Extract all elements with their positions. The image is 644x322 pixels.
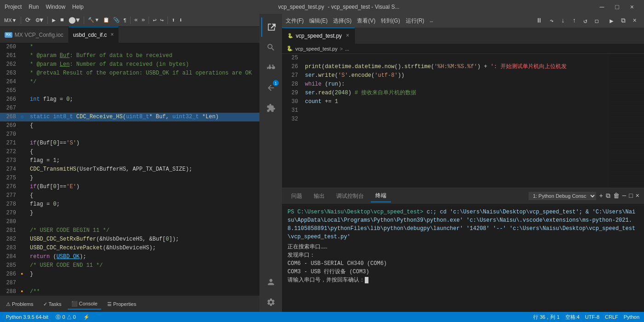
toolbar-btn-14[interactable]: ↪ bbox=[159, 16, 165, 24]
menu-window[interactable]: Window bbox=[46, 4, 65, 10]
activity-icon-search[interactable] bbox=[261, 38, 281, 57]
toolbar-btn-11[interactable]: « bbox=[133, 16, 139, 24]
toolbar-btn-13[interactable]: ↩ bbox=[151, 16, 158, 24]
terminal-tab-terminal[interactable]: 终端 bbox=[371, 190, 391, 202]
terminal-trash-btn[interactable]: 🗑 bbox=[613, 192, 620, 200]
tab-tasks[interactable]: ✓ Tasks bbox=[40, 299, 65, 309]
toolbar-btn-1[interactable]: MX▼ bbox=[2, 17, 18, 24]
left-code-area[interactable]: 260 * 261 * @param Buf: Buffer of data t… bbox=[0, 43, 259, 296]
debug-stop[interactable]: ◻ bbox=[592, 16, 601, 26]
code-line-283: 283 USBD_CDC_ReceivePacket(&hUsbDeviceHS… bbox=[0, 244, 259, 253]
status-python-version[interactable]: Python 3.9.5 64-bit bbox=[5, 314, 50, 320]
vscode-play[interactable]: ▶ bbox=[606, 16, 617, 26]
activity-icon-settings[interactable] bbox=[261, 293, 281, 312]
menu-project[interactable]: Project bbox=[5, 4, 22, 10]
terminal-min-btn[interactable]: ─ bbox=[622, 192, 626, 200]
activity-icon-avatar[interactable] bbox=[261, 272, 281, 292]
debug-restart[interactable]: ↺ bbox=[581, 16, 590, 26]
line-arrow-280 bbox=[21, 218, 28, 226]
terminal-add-btn[interactable]: + bbox=[599, 192, 603, 200]
menu-file[interactable]: 文件(F) bbox=[286, 17, 304, 25]
toolbar-btn-4[interactable]: ▶ bbox=[50, 16, 58, 24]
line-num-286: 286 bbox=[0, 270, 21, 279]
vscode-split[interactable]: ⧉ bbox=[617, 16, 629, 25]
terminal-console-select[interactable]: 1: Python Debug Consc bbox=[529, 192, 596, 200]
menu-goto[interactable]: 转到(G) bbox=[381, 17, 400, 25]
py-tab-active[interactable]: 🐍 vcp_speed_test.py × bbox=[282, 28, 355, 44]
terminal-max-btn[interactable]: □ bbox=[629, 192, 632, 200]
terminal-close-btn[interactable]: × bbox=[636, 192, 639, 200]
toolbar-btn-12[interactable]: » bbox=[140, 16, 147, 24]
code-line-277: 277 { bbox=[0, 191, 259, 200]
debug-step[interactable]: ↷ bbox=[547, 16, 556, 26]
activity-icon-extensions[interactable] bbox=[261, 98, 281, 118]
toolbar-btn-2[interactable]: ⟳ bbox=[23, 16, 33, 24]
toolbar-btn-3[interactable]: ⚙▼ bbox=[34, 16, 45, 24]
tab-vcp-config[interactable]: MX MX VCP_Config.ioc bbox=[0, 27, 69, 43]
activity-icon-source-control[interactable] bbox=[261, 58, 281, 77]
terminal-tab-debug-console[interactable]: 调试控制台 bbox=[332, 190, 368, 202]
menu-more[interactable]: … bbox=[430, 17, 433, 24]
status-spaces[interactable]: 空格:4 bbox=[565, 314, 580, 321]
menu-select[interactable]: 选择(S) bbox=[333, 17, 351, 25]
status-errors[interactable]: ⓪ 0 △ 0 bbox=[54, 314, 77, 321]
toolbar-btn-15[interactable]: ⬆ bbox=[170, 16, 177, 24]
toolbar-btn-7[interactable]: 🔨▼ bbox=[86, 17, 101, 23]
tab-console[interactable]: ⬛ Console bbox=[68, 299, 101, 310]
line-arrow-260 bbox=[21, 43, 28, 52]
vscode-close[interactable]: × bbox=[629, 16, 640, 25]
menu-view[interactable]: 查看(V) bbox=[357, 17, 375, 25]
code-line-271: 271 if(Buf[0]=='S') bbox=[0, 139, 259, 148]
vscode-top-menu: 文件(F) 编辑(E) 选择(S) 查看(V) 转到(G) 运行(R) … ⏸ … bbox=[282, 14, 644, 28]
line-num-267: 267 bbox=[0, 104, 21, 113]
code-line-272: 272 { bbox=[0, 148, 259, 156]
tab-usbd-cdc[interactable]: usbd_cdc_if.c × bbox=[69, 27, 119, 43]
line-content-272: { bbox=[28, 148, 259, 156]
debug-step-out[interactable]: ↑ bbox=[569, 16, 579, 26]
toolbar-btn-8[interactable]: 📋 bbox=[102, 17, 111, 23]
activity-icon-explorer[interactable] bbox=[261, 17, 281, 37]
status-lightning[interactable]: ⚡ bbox=[82, 314, 91, 320]
window-title: vcp_speed_test.py bbox=[278, 4, 324, 10]
toolbar-btn-10[interactable]: ¶ bbox=[122, 17, 128, 23]
line-content-265 bbox=[28, 86, 259, 95]
py-linenum-28: 28 bbox=[282, 80, 303, 89]
terminal-content[interactable]: PS C:\Users\Naisu\Desktop\vcp_speed_test… bbox=[282, 204, 644, 312]
right-panel: 1 文件(F) 编辑(E) 选择 bbox=[260, 14, 644, 312]
toolbar-btn-16[interactable]: ⬇ bbox=[178, 16, 184, 24]
status-language[interactable]: Python bbox=[624, 314, 639, 320]
menu-run[interactable]: Run bbox=[29, 4, 39, 10]
py-code-editor[interactable]: 25 26 print(datetime.datetime.now().strf… bbox=[282, 54, 644, 188]
line-arrow-285 bbox=[21, 261, 28, 270]
terminal-tab-problems[interactable]: 问题 bbox=[287, 190, 307, 202]
line-content-271: if(Buf[0]=='S') bbox=[28, 139, 259, 148]
tab-problems[interactable]: ⚠ Problems bbox=[2, 299, 37, 309]
terminal-line-searching: 正在搜索串口…… bbox=[288, 243, 638, 251]
line-content-284: return (USBD_OK); bbox=[28, 253, 259, 261]
status-encoding[interactable]: UTF-8 bbox=[585, 314, 599, 320]
terminal-prompt-text: 请输入串口号，并按回车确认： bbox=[288, 276, 365, 284]
debug-pause[interactable]: ⏸ bbox=[533, 16, 545, 26]
toolbar-btn-6[interactable]: ⬤▼ bbox=[67, 16, 81, 24]
debug-step-in[interactable]: ↓ bbox=[558, 16, 567, 26]
maximize-button[interactable]: □ bbox=[610, 1, 624, 12]
activity-icon-run-debug[interactable]: 1 bbox=[261, 78, 281, 98]
menu-help[interactable]: Help bbox=[72, 4, 84, 10]
line-arrow-279 bbox=[21, 209, 28, 218]
tab-usbd-close[interactable]: × bbox=[110, 32, 114, 38]
menu-run[interactable]: 运行(R) bbox=[406, 17, 425, 25]
status-line-col[interactable]: 行 36，列 1 bbox=[533, 314, 559, 321]
toolbar-btn-9[interactable]: 📎 bbox=[112, 17, 121, 23]
toolbar-btn-5[interactable]: ■ bbox=[58, 16, 66, 24]
breadcrumb-filename[interactable]: vcp_speed_test.py bbox=[295, 46, 338, 52]
terminal-tab-output[interactable]: 输出 bbox=[309, 190, 329, 202]
breadcrumb-dots[interactable]: ... bbox=[345, 46, 349, 52]
minimize-button[interactable]: ─ bbox=[594, 1, 610, 12]
menu-edit[interactable]: 编辑(E) bbox=[309, 17, 328, 25]
py-tab-close[interactable]: × bbox=[346, 33, 349, 39]
close-button[interactable]: × bbox=[625, 1, 639, 12]
tab-properties[interactable]: ☰ Properties bbox=[104, 299, 140, 309]
terminal-split-btn[interactable]: ⧉ bbox=[606, 192, 610, 200]
status-eol[interactable]: CRLF bbox=[605, 314, 618, 320]
line-arrow-274 bbox=[21, 165, 28, 174]
